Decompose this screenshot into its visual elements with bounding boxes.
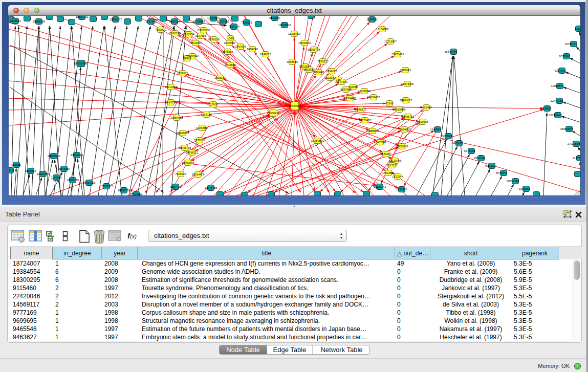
svg-text:10653267: 10653267 (110, 18, 122, 21)
svg-text:12505115: 12505115 (67, 179, 79, 182)
svg-text:1156829: 1156829 (25, 169, 36, 172)
svg-text:9529966: 9529966 (559, 55, 570, 58)
svg-text:12942757: 12942757 (37, 172, 49, 176)
svg-text:13524851: 13524851 (382, 171, 395, 174)
svg-text:2087682: 2087682 (366, 18, 377, 21)
svg-text:1522544: 1522544 (392, 175, 403, 178)
svg-text:10120746: 10120746 (389, 159, 401, 162)
svg-text:8813054: 8813054 (269, 16, 280, 19)
svg-text:13654923: 13654923 (398, 128, 410, 131)
svg-text:20691406: 20691406 (33, 20, 45, 23)
svg-text:19218506: 19218506 (278, 24, 291, 27)
svg-text:15136141: 15136141 (374, 185, 386, 188)
svg-text:1615112: 1615112 (386, 164, 397, 167)
svg-text:12444159: 12444159 (551, 99, 563, 102)
svg-text:12353594: 12353594 (196, 126, 208, 129)
svg-text:19463627: 19463627 (400, 99, 412, 102)
svg-text:985051: 985051 (12, 163, 21, 166)
svg-text:10654112: 10654112 (507, 180, 519, 183)
svg-text:10671355: 10671355 (217, 20, 229, 23)
svg-text:20364436: 20364436 (344, 97, 356, 100)
svg-text:18407249: 18407249 (374, 141, 386, 144)
svg-text:8938923: 8938923 (441, 135, 452, 138)
svg-text:16409948: 16409948 (182, 161, 194, 164)
svg-text:16914479: 16914479 (192, 173, 204, 176)
svg-text:12093873: 12093873 (551, 84, 563, 87)
svg-text:10688609: 10688609 (366, 129, 379, 133)
svg-text:19166852: 19166852 (177, 132, 189, 135)
svg-text:17359924: 17359924 (71, 154, 83, 157)
svg-text:9474444: 9474444 (464, 149, 475, 152)
svg-text:2803144: 2803144 (214, 76, 225, 79)
svg-text:16154808: 16154808 (376, 28, 388, 31)
svg-text:23300215: 23300215 (267, 112, 279, 115)
svg-text:7357224: 7357224 (228, 25, 239, 28)
svg-text:8990448: 8990448 (313, 71, 323, 74)
svg-text:7625402: 7625402 (175, 172, 186, 176)
svg-text:10973493: 10973493 (391, 53, 404, 56)
svg-text:117005: 117005 (209, 103, 218, 106)
svg-text:10025458: 10025458 (393, 108, 405, 111)
svg-text:16543362: 16543362 (189, 41, 202, 45)
svg-text:1546: 1546 (227, 37, 233, 40)
svg-text:7955812: 7955812 (317, 60, 328, 63)
svg-text:6461160: 6461160 (169, 20, 180, 23)
svg-text:20375387: 20375387 (58, 167, 70, 170)
svg-text:23226058: 23226058 (198, 29, 210, 32)
svg-text:16961758: 16961758 (308, 48, 320, 51)
svg-text:15751074: 15751074 (565, 42, 577, 46)
svg-text:9245032: 9245032 (519, 187, 530, 190)
svg-text:19384554: 19384554 (311, 139, 323, 142)
svg-text:6699695: 6699695 (417, 120, 428, 123)
svg-text:11124: 11124 (575, 27, 580, 30)
svg-text:7485063: 7485063 (400, 69, 410, 72)
svg-text:8215955: 8215955 (540, 107, 551, 110)
svg-text:8471676: 8471676 (496, 171, 507, 174)
svg-text:8267110: 8267110 (201, 113, 211, 116)
svg-text:12923446: 12923446 (130, 193, 142, 195)
svg-text:9657791: 9657791 (170, 185, 181, 188)
svg-text:7663822: 7663822 (155, 28, 166, 31)
svg-text:16210643: 16210643 (549, 114, 561, 117)
svg-text:7515526: 7515526 (241, 21, 252, 24)
svg-text:20053346: 20053346 (75, 62, 87, 65)
svg-text:18640910: 18640910 (298, 41, 311, 45)
svg-text:5878332: 5878332 (194, 139, 205, 142)
svg-text:13495751: 13495751 (402, 115, 414, 118)
svg-text:12213967: 12213967 (384, 40, 397, 43)
svg-text:10958107: 10958107 (100, 185, 113, 188)
svg-text:3875685: 3875685 (222, 50, 233, 53)
svg-text:20756928: 20756928 (396, 145, 408, 148)
svg-text:2867608: 2867608 (235, 45, 246, 48)
svg-text:8454749: 8454749 (247, 48, 257, 51)
svg-text:9327508: 9327508 (224, 41, 234, 45)
svg-text:9146821: 9146821 (260, 53, 271, 56)
svg-text:1610755: 1610755 (165, 101, 176, 104)
svg-text:12213363: 12213363 (165, 85, 177, 89)
svg-text:10720407: 10720407 (359, 119, 371, 122)
svg-text:1538520: 1538520 (287, 60, 297, 63)
svg-text:14938222: 14938222 (186, 151, 198, 154)
svg-text:19654952: 19654952 (170, 116, 183, 119)
svg-text:1527602: 1527602 (145, 20, 156, 23)
svg-text:1145190: 1145190 (51, 176, 61, 179)
svg-text:9227342: 9227342 (555, 69, 565, 72)
svg-text:16046798: 16046798 (179, 146, 191, 149)
svg-text:16782759: 16782759 (118, 189, 130, 192)
svg-text:2986372: 2986372 (355, 108, 366, 111)
svg-text:9777169: 9777169 (336, 80, 347, 83)
svg-text:1640954: 1640954 (430, 128, 441, 131)
svg-text:16245174: 16245174 (358, 90, 371, 93)
svg-text:18724007: 18724007 (289, 104, 301, 107)
svg-text:1167533: 1167533 (573, 157, 580, 160)
svg-text:8912954: 8912954 (183, 33, 194, 36)
svg-text:10307487: 10307487 (367, 96, 380, 99)
svg-text:17010534: 17010534 (568, 142, 580, 145)
svg-text:8186328: 8186328 (208, 38, 219, 41)
svg-text:6479197: 6479197 (452, 142, 463, 145)
svg-text:10719155: 10719155 (193, 20, 205, 23)
svg-text:9684067: 9684067 (380, 152, 391, 156)
svg-text:11325419: 11325419 (288, 32, 300, 35)
svg-text:20206536: 20206536 (48, 155, 60, 158)
svg-text:1733426: 1733426 (396, 188, 407, 191)
